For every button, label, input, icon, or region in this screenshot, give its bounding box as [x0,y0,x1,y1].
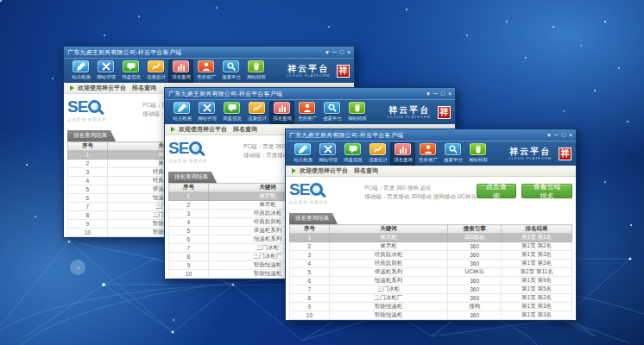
toolbar-item-bid-promotion[interactable]: 竞价推广 [193,60,218,83]
window-title: 广东九鼎王厨具有限公司-祥云平台客户端 [67,48,181,57]
toolbar-item-site-check[interactable]: 站点检测 [290,142,315,166]
table-cell: 智能恒温柜 [329,303,447,311]
toolbar-item-search-platform[interactable]: 搜索平台 [319,101,344,124]
window-title: 广东九鼎王厨具有限公司-祥云平台客户端 [168,90,282,98]
skin-menu-icon[interactable]: ▾ [325,48,329,56]
toolbar-item-site-manage[interactable]: 网站管理 [93,60,118,83]
toolbar-item-traffic-stats[interactable]: 流量统计 [244,101,269,124]
table-row[interactable]: 3经典款冰柜360第1页 第3名 [290,251,572,260]
query-button[interactable]: 点击查询 [477,184,516,198]
seo-logo: SE 点击查询 全面排名 [168,140,238,163]
table-row[interactable]: 10智能恒温柜360第1页 第3名 [290,311,572,320]
content-area: SE 点击查询 全面排名 PC端：百度 360 搜狗 必应 移动端：百度移动 3… [286,177,576,320]
minimize-icon[interactable]: ─ [554,131,559,139]
toolbar-item-site-manage[interactable]: 网站管理 [194,101,219,124]
notice-flag-icon [292,168,296,173]
bar-chart-icon [173,60,189,72]
tools-icon [319,143,336,155]
toolbar-item-inquiry-info[interactable]: 询盘信息 [219,101,244,124]
toolbar-item-inquiry-info[interactable]: 询盘信息 [118,60,143,83]
toolbar-item-site-check[interactable]: 站点检测 [169,101,194,124]
cloud-rank-button[interactable]: 查看云端排名 [521,184,572,198]
toolbar-item-site-manage[interactable]: 网站管理 [315,142,340,166]
brand-logo: 祥云平台 CLOUD PLATFORM 祥 [504,147,571,160]
brand-badge-icon: 祥 [559,147,571,160]
toolbar-label: 网站特权 [247,73,266,80]
window-titlebar[interactable]: 广东九鼎王厨具有限公司-祥云平台客户端 ▾ ─ □ × [165,88,455,99]
table-cell: 第1页 第1名 [502,234,572,242]
table-cell: 360 [448,251,502,260]
toolbar-item-site-check[interactable]: 站点检测 [68,60,93,83]
close-icon[interactable]: × [347,48,350,56]
brand-logo: 祥云平台 CLOUD PLATFORM 祥 [282,65,350,78]
table-row[interactable]: 8三门冰柜厂360第1页 第2名 [290,294,572,303]
table-cell: 7 [290,285,330,294]
window-titlebar[interactable]: 广东九鼎王厨具有限公司-祥云平台客户端 ▾ ─ □ × [286,129,576,141]
tab-rank-results[interactable]: 排名查询结果 [67,130,116,141]
table-cell: 3 [290,251,330,260]
tab-rank-results[interactable]: 排名查询结果 [289,213,338,224]
toolbar-item-search-platform[interactable]: 搜索平台 [440,142,465,166]
toolbar-label: 流量统计 [248,115,267,122]
minimize-icon[interactable]: ─ [433,90,438,97]
notice-text: 欢迎使用祥云平台 排名查询 [300,166,378,175]
table-cell: 8 [169,253,209,261]
seo-logo: SE 点击查询 全面排名 [289,181,359,204]
maximize-icon[interactable]: □ [562,131,565,139]
header-engine: 搜索引擎 [448,225,502,234]
toolbar-label: 网站特权 [469,156,488,163]
table-cell: 三门冰柜 [329,285,447,294]
table-cell: 7 [169,244,209,253]
table-row[interactable]: 4经典款厨柜360第1页 第3名 [290,260,572,268]
toolbar-item-rank-query[interactable]: 排名查询 [390,142,415,166]
toolbar-item-inquiry-info[interactable]: 询盘信息 [340,142,365,166]
table-cell: 9 [290,303,330,311]
toolbar-item-search-platform[interactable]: 搜索平台 [218,60,243,83]
tools-icon [199,102,215,114]
table-cell: 2 [169,201,209,210]
chat-bubble-icon [344,143,361,155]
table-row[interactable]: 9智能恒温柜搜狗第1页 第3名 [290,303,572,311]
person-icon [420,143,436,155]
toolbar-item-site-privilege[interactable]: 网站特权 [344,101,369,124]
close-icon[interactable]: × [448,90,451,97]
toolbar-item-site-privilege[interactable]: 网站特权 [465,142,490,166]
pencil-icon [294,143,311,155]
app-window: 广东九鼎王厨具有限公司-祥云平台客户端 ▾ ─ □ × 站点检测 网站管理 [285,129,577,321]
toolbar-label: 网站管理 [97,73,116,80]
maximize-icon[interactable]: □ [340,48,344,56]
table-cell: 1 [169,192,209,201]
notice-flag-icon [70,85,74,91]
toolbar-label: 排名查询 [273,115,292,122]
window-title: 广东九鼎王厨具有限公司-祥云平台客户端 [289,131,403,140]
brand-name: 祥云平台 [504,147,556,156]
toolbar-item-bid-promotion[interactable]: 竞价推广 [415,142,440,166]
table-cell: 10 [290,311,330,320]
toolbar-item-rank-query[interactable]: 排名查询 [269,101,294,124]
toolbar-label: 竞价推广 [298,115,317,122]
table-cell: 5 [290,268,330,277]
toolbar-item-traffic-stats[interactable]: 流量统计 [143,60,168,83]
table-row[interactable]: 5保温柜系列UC神马第2页 第11名 [290,268,572,277]
brand-subtitle: CLOUD PLATFORM [287,73,331,77]
tab-rank-results[interactable]: 排名查询结果 [168,172,217,183]
skin-menu-icon[interactable]: ▾ [426,90,430,97]
window-titlebar[interactable]: 广东九鼎王厨具有限公司-祥云平台客户端 ▾ ─ □ × [64,47,354,58]
table-cell: 8 [290,294,330,303]
table-row[interactable]: 7三门冰柜360第1页 第5名 [290,285,572,294]
table-cell: 2 [68,160,108,168]
search-icon [223,60,239,72]
toolbar-item-site-privilege[interactable]: 网站特权 [243,60,268,83]
toolbar-item-bid-promotion[interactable]: 竞价推广 [294,101,319,124]
minimize-icon[interactable]: ─ [332,48,337,56]
brand-name: 祥云平台 [383,106,435,115]
maximize-icon[interactable]: □ [441,90,445,97]
table-row[interactable]: 6恒温柜系列360第1页 第9名 [290,277,572,285]
table-cell: 360 [448,285,502,294]
toolbar-item-rank-query[interactable]: 排名查询 [168,60,193,83]
skin-menu-icon[interactable]: ▾ [547,131,551,139]
table-row[interactable]: 2展示柜360第1页 第2名 [290,242,572,251]
table-row[interactable]: 1展示柜360移动第1页 第1名 [290,234,572,242]
close-icon[interactable]: × [569,131,572,139]
toolbar-item-traffic-stats[interactable]: 流量统计 [365,142,390,166]
